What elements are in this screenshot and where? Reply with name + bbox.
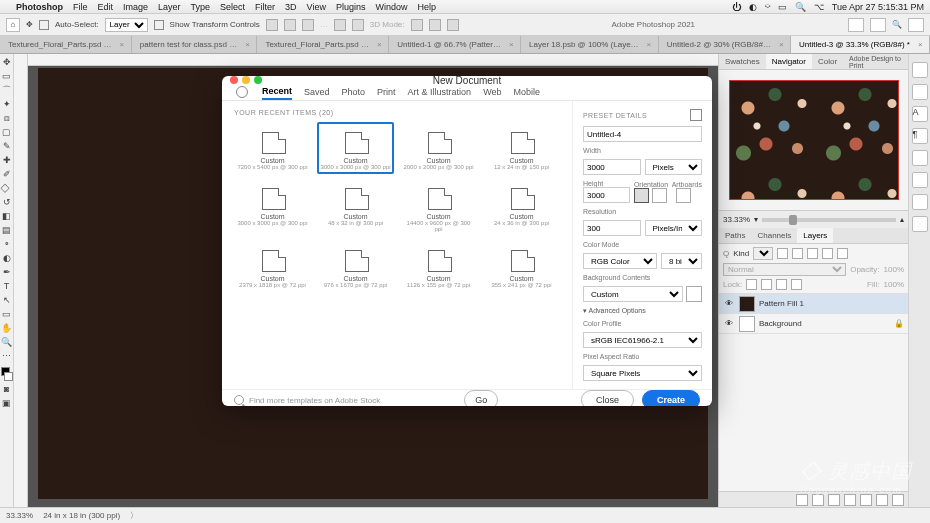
- bit-depth[interactable]: 8 bit: [661, 253, 702, 269]
- document-tab[interactable]: Textured_Floral_Parts.psd …×: [257, 36, 389, 53]
- color-mode[interactable]: RGB Color: [583, 253, 657, 269]
- auto-select-target[interactable]: Layer: [105, 18, 148, 32]
- frame-tool[interactable]: ▢: [1, 126, 13, 138]
- lock-icon[interactable]: [776, 279, 787, 290]
- new-layer-icon[interactable]: [876, 494, 888, 506]
- clone-icon[interactable]: [912, 216, 928, 232]
- zoom-slider[interactable]: [762, 218, 896, 222]
- zoom-out-icon[interactable]: ▾: [754, 215, 758, 224]
- tab-recent[interactable]: Recent: [262, 84, 292, 100]
- kind-filter[interactable]: [753, 247, 773, 260]
- document-tab[interactable]: Layer 18.psb @ 100% (Laye…×: [521, 36, 659, 53]
- character-icon[interactable]: A: [912, 106, 928, 122]
- orientation-landscape[interactable]: [652, 188, 667, 203]
- paragraph-icon[interactable]: ¶: [912, 128, 928, 144]
- crop-tool[interactable]: ⧈: [1, 112, 13, 124]
- color-swatches[interactable]: [1, 367, 13, 381]
- stamp-tool[interactable]: ⃟: [1, 182, 13, 194]
- menu-3d[interactable]: 3D: [285, 2, 297, 12]
- width-input[interactable]: [583, 159, 641, 175]
- distribute-icon[interactable]: [334, 19, 346, 31]
- menu-file[interactable]: File: [73, 2, 88, 12]
- wifi-icon[interactable]: ⌔: [765, 2, 770, 12]
- close-tab-icon[interactable]: ×: [377, 40, 382, 49]
- close-tab-icon[interactable]: ×: [245, 40, 250, 49]
- visibility-icon[interactable]: 👁: [723, 299, 735, 308]
- eyedropper-tool[interactable]: ✎: [1, 140, 13, 152]
- lock-icon[interactable]: [791, 279, 802, 290]
- marquee-tool[interactable]: ▭: [1, 70, 13, 82]
- height-input[interactable]: [583, 187, 630, 203]
- blur-tool[interactable]: ∘: [1, 238, 13, 250]
- tab-photo[interactable]: Photo: [342, 85, 366, 99]
- preset-item[interactable]: Custom24 x 36 in @ 300 ppi: [483, 178, 560, 236]
- zoom-status[interactable]: 33.33%: [6, 511, 33, 520]
- advanced-toggle[interactable]: ▾ Advanced Options: [583, 307, 702, 315]
- history-brush-tool[interactable]: ↺: [1, 196, 13, 208]
- menu-help[interactable]: Help: [418, 2, 437, 12]
- preset-item[interactable]: Custom2379 x 1818 px @ 72 ppi: [234, 240, 311, 292]
- preset-item[interactable]: Custom1126 x 155 px @ 72 ppi: [400, 240, 477, 292]
- align-icon[interactable]: [284, 19, 296, 31]
- wand-tool[interactable]: ✦: [1, 98, 13, 110]
- adjustment-icon[interactable]: [844, 494, 856, 506]
- hand-tool[interactable]: ✋: [1, 322, 13, 334]
- workspace-icon[interactable]: [908, 18, 924, 32]
- share-icon[interactable]: [870, 18, 886, 32]
- trash-icon[interactable]: [892, 494, 904, 506]
- filter-icon[interactable]: [792, 248, 803, 259]
- clock[interactable]: Tue Apr 27 5:15:31 PM: [832, 2, 924, 12]
- doc-info[interactable]: 24 in x 18 in (300 ppi): [43, 511, 120, 520]
- visibility-icon[interactable]: 👁: [723, 319, 735, 328]
- home-button[interactable]: ⌂: [6, 18, 20, 32]
- document-tab[interactable]: Untitled-3 @ 33.3% (RGB/8#) *×: [791, 36, 930, 53]
- edit-toolbar[interactable]: ⋯: [1, 350, 13, 362]
- menu-plugins[interactable]: Plugins: [336, 2, 366, 12]
- tab-swatches[interactable]: Swatches: [719, 54, 766, 69]
- navigator-preview[interactable]: [729, 80, 899, 200]
- artboards-checkbox[interactable]: [676, 188, 691, 203]
- heal-tool[interactable]: ✚: [1, 154, 13, 166]
- lock-icon[interactable]: [761, 279, 772, 290]
- close-tab-icon[interactable]: ×: [509, 40, 514, 49]
- color-profile[interactable]: sRGB IEC61966-2.1: [583, 332, 702, 348]
- tab-layers[interactable]: Layers: [797, 228, 833, 243]
- close-tab-icon[interactable]: ×: [918, 40, 923, 49]
- tab-paths[interactable]: Paths: [719, 228, 751, 243]
- screenmode-icon[interactable]: ▣: [1, 397, 13, 409]
- layer-thumbnail[interactable]: [739, 296, 755, 312]
- show-transform-checkbox[interactable]: [154, 20, 164, 30]
- document-tab[interactable]: Untitled-2 @ 30% (RGB/8#…×: [659, 36, 791, 53]
- mask-icon[interactable]: [828, 494, 840, 506]
- close-button[interactable]: Close: [581, 390, 634, 406]
- chevron-right-icon[interactable]: 〉: [130, 510, 138, 521]
- layer-row[interactable]: 👁Pattern Fill 1: [719, 294, 908, 314]
- preset-item[interactable]: Custom355 x 241 px @ 72 ppi: [483, 240, 560, 292]
- preset-item[interactable]: Custom14400 x 9600 px @ 300 ppi: [400, 178, 477, 236]
- tab-saved[interactable]: Saved: [304, 85, 330, 99]
- link-layers-icon[interactable]: [796, 494, 808, 506]
- preset-item[interactable]: Custom976 x 1670 px @ 72 ppi: [317, 240, 394, 292]
- zoom-value[interactable]: 33.33%: [723, 215, 750, 224]
- fx-icon[interactable]: [812, 494, 824, 506]
- resolution-input[interactable]: [583, 220, 641, 236]
- close-tab-icon[interactable]: ×: [120, 40, 125, 49]
- tab-print[interactable]: Print: [377, 85, 396, 99]
- 3d-icon[interactable]: [447, 19, 459, 31]
- close-tab-icon[interactable]: ×: [647, 40, 652, 49]
- preset-item[interactable]: Custom2000 x 2000 px @ 300 ppi: [400, 122, 477, 174]
- layer-thumbnail[interactable]: [739, 316, 755, 332]
- preset-item[interactable]: Custom48 x 32 in @ 300 ppi: [317, 178, 394, 236]
- menu-image[interactable]: Image: [123, 2, 148, 12]
- move-tool[interactable]: ✥: [1, 56, 13, 68]
- group-icon[interactable]: [860, 494, 872, 506]
- tab-channels[interactable]: Channels: [751, 228, 797, 243]
- menu-view[interactable]: View: [307, 2, 326, 12]
- blend-mode[interactable]: Normal: [723, 263, 846, 276]
- lasso-tool[interactable]: ⌒: [1, 84, 13, 96]
- eraser-tool[interactable]: ◧: [1, 210, 13, 222]
- brushes-icon[interactable]: [912, 194, 928, 210]
- layer-row[interactable]: 👁Background🔒: [719, 314, 908, 334]
- cloud-docs-icon[interactable]: [848, 18, 864, 32]
- menu-filter[interactable]: Filter: [255, 2, 275, 12]
